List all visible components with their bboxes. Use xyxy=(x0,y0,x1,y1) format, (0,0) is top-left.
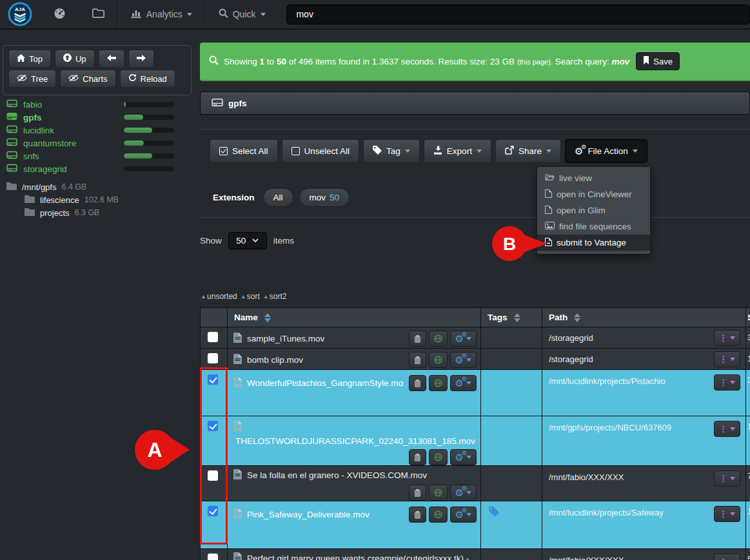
toggle-tree-button[interactable]: Tree xyxy=(8,70,56,88)
page-size-select[interactable]: 50 xyxy=(228,232,267,249)
save-search-button[interactable]: Save xyxy=(636,52,680,70)
sort-link-sort2[interactable]: ▴sort2 xyxy=(264,292,287,301)
name-column-header[interactable]: Name xyxy=(228,308,481,327)
storage-name[interactable]: fabio xyxy=(23,100,42,110)
copy-path-button[interactable] xyxy=(409,507,426,523)
storage-panel-header[interactable]: gpfs xyxy=(200,92,750,115)
row-file-action-dropdown[interactable]: ⚙⚙ xyxy=(450,449,477,465)
path-actions-dropdown[interactable]: ⋮ xyxy=(714,470,740,487)
copy-path-button[interactable] xyxy=(409,449,426,465)
copy-path-button[interactable] xyxy=(409,352,426,368)
path-actions-dropdown[interactable]: ⋮ xyxy=(714,554,740,560)
row-checkbox-checked[interactable] xyxy=(208,506,218,516)
folder-item-lifescience[interactable]: lifescience 102.6 MB xyxy=(25,193,119,206)
row-file-action-dropdown[interactable]: ⚙⚙ xyxy=(450,331,477,347)
file-name[interactable]: Perfect girl marry queen wants creampie(… xyxy=(247,554,469,560)
top-button[interactable]: Top xyxy=(8,50,51,68)
tag-icon[interactable] xyxy=(489,509,499,519)
share-dropdown-button[interactable]: Share xyxy=(495,139,561,163)
extension-all-pill[interactable]: All xyxy=(263,188,293,207)
storage-item-gpfs[interactable]: gpfs xyxy=(6,111,190,124)
file-name[interactable]: sample_iTunes.mov xyxy=(247,334,324,343)
file-name[interactable]: THELOSTWORLDJURASSICPARK_02240_313081_18… xyxy=(235,436,477,446)
storage-item-storagegrid[interactable]: storagegrid xyxy=(6,162,190,175)
storage-name[interactable]: gpfs xyxy=(23,113,42,122)
menu-item-submit-to-vantage[interactable]: submit to Vantage xyxy=(537,235,650,251)
size-column-header[interactable]: S xyxy=(746,308,750,327)
menu-item-live-view[interactable]: live view xyxy=(537,170,650,186)
storage-item-snfs[interactable]: snfs xyxy=(6,150,190,162)
file-name[interactable]: Pink_Safeway_Deliverable.mov xyxy=(247,510,370,519)
sort-arrows-icon[interactable] xyxy=(574,313,580,322)
copy-path-button[interactable] xyxy=(409,485,426,501)
folder-item-projects[interactable]: projects 6.3 GB xyxy=(25,206,119,219)
file-path[interactable]: /storagegrid xyxy=(549,354,593,364)
path-actions-dropdown[interactable]: ⋮ xyxy=(714,506,740,522)
up-button[interactable]: Up xyxy=(55,50,95,68)
export-dropdown-button[interactable]: Export xyxy=(424,139,491,163)
toggle-charts-button[interactable]: Charts xyxy=(60,70,115,88)
sort-link-unsorted[interactable]: ▴unsorted xyxy=(202,292,237,301)
row-checkbox[interactable] xyxy=(208,554,218,560)
file-browser-button[interactable] xyxy=(79,0,117,29)
analytics-menu[interactable]: Analytics xyxy=(118,0,205,29)
row-file-action-dropdown[interactable]: ⚙⚙ xyxy=(450,485,477,501)
path-column-header[interactable]: Path xyxy=(542,308,746,327)
path-actions-dropdown[interactable]: ⋮ xyxy=(714,421,740,437)
row-file-action-dropdown[interactable]: ⚙⚙ xyxy=(450,507,477,523)
global-search-box[interactable] xyxy=(286,5,750,24)
tag-dropdown-button[interactable]: Tag xyxy=(363,139,420,163)
file-path[interactable]: /mnt/fabio/XXX/XXX xyxy=(549,554,624,560)
folder-item-mnt-gpfs[interactable]: /mnt/gpfs 6.4 GB xyxy=(6,180,119,193)
folder-name[interactable]: lifescience xyxy=(40,195,79,205)
row-checkbox[interactable] xyxy=(208,332,218,342)
back-button[interactable] xyxy=(99,50,124,68)
row-file-action-dropdown[interactable]: ⚙⚙ xyxy=(450,375,477,391)
quick-menu[interactable]: Quick xyxy=(206,0,279,29)
row-checkbox-checked[interactable] xyxy=(208,374,218,385)
row-checkbox[interactable] xyxy=(208,470,218,481)
file-path[interactable]: /mnt/gpfs/projects/NBCU/637609 xyxy=(549,421,671,432)
row-checkbox-checked[interactable] xyxy=(208,421,218,431)
storage-item-fabio[interactable]: fabio xyxy=(6,98,190,111)
path-actions-dropdown[interactable]: ⋮ xyxy=(714,351,740,367)
select-all-button[interactable]: Select All xyxy=(210,139,278,163)
forward-button[interactable] xyxy=(128,50,154,68)
file-path[interactable]: /storagegrid xyxy=(549,333,593,343)
unselect-all-button[interactable]: Unselect All xyxy=(282,139,360,163)
reload-button[interactable]: Reload xyxy=(120,70,175,88)
copy-path-button[interactable] xyxy=(409,331,426,347)
row-checkbox[interactable] xyxy=(208,353,218,363)
menu-item-find-file-sequences[interactable]: find file sequences xyxy=(537,218,650,235)
path-actions-dropdown[interactable]: ⋮ xyxy=(714,374,740,391)
storage-item-quantumstore[interactable]: quantumstore xyxy=(6,137,190,150)
file-path[interactable]: /mnt/fabio/XXX/XXX xyxy=(549,470,624,482)
copy-path-button[interactable] xyxy=(409,375,426,391)
web-preview-button[interactable] xyxy=(429,375,448,391)
aja-logo[interactable]: AJA xyxy=(8,2,32,26)
file-path[interactable]: /mnt/lucidlink/projects/Pistachio xyxy=(549,374,666,386)
sort-arrows-icon[interactable] xyxy=(514,313,520,322)
storage-name[interactable]: quantumstore xyxy=(23,139,77,148)
web-preview-button[interactable] xyxy=(429,352,448,368)
file-name[interactable]: WonderfulPistachios_GangnamStyle.mov xyxy=(247,378,404,388)
storage-name[interactable]: snfs xyxy=(23,151,39,161)
web-preview-button[interactable] xyxy=(429,485,448,501)
file-name[interactable]: Se la folla en el granero - XVIDEOS.COM.… xyxy=(247,470,427,480)
extension-mov-pill[interactable]: mov 50 xyxy=(299,188,350,207)
menu-item-open-in-cineviewer[interactable]: open in CineViewer xyxy=(537,186,650,202)
web-preview-button[interactable] xyxy=(429,449,448,465)
storage-item-lucidlink[interactable]: lucidlink xyxy=(6,124,190,137)
file-path[interactable]: /mnt/lucidlink/projects/Safeway xyxy=(549,506,664,517)
sort-arrows-icon[interactable] xyxy=(264,313,271,322)
web-preview-button[interactable] xyxy=(429,331,448,347)
global-search-input[interactable] xyxy=(287,9,749,19)
folder-name[interactable]: projects xyxy=(40,208,70,218)
file-name[interactable]: bomb clip.mov xyxy=(247,355,303,365)
menu-item-open-in-glim[interactable]: open in Glim xyxy=(537,202,650,218)
row-file-action-dropdown[interactable]: ⚙⚙ xyxy=(450,352,477,368)
file-action-dropdown-button[interactable]: ⚙⚙ File Action xyxy=(565,139,647,163)
storage-name[interactable]: storagegrid xyxy=(23,164,67,174)
sort-link-sort[interactable]: ▴sort xyxy=(242,292,260,301)
path-actions-dropdown[interactable]: ⋮ xyxy=(714,330,740,346)
